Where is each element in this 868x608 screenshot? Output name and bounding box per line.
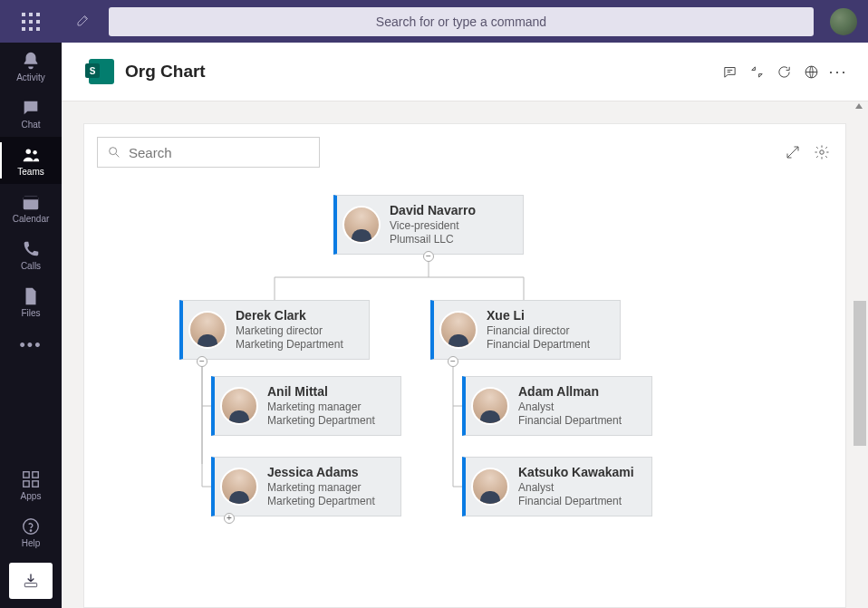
avatar — [471, 387, 509, 425]
waffle-icon[interactable] — [22, 13, 40, 31]
search-icon — [107, 145, 121, 159]
person-dept: Marketing Department — [267, 495, 375, 508]
app-top-bar: Search for or type a command — [0, 0, 868, 43]
person-dept: Marketing Department — [267, 414, 375, 428]
rail-apps[interactable]: Apps — [0, 461, 62, 508]
bell-icon — [0, 51, 62, 71]
expand-icon[interactable] — [782, 141, 804, 163]
rail-label: Files — [0, 308, 62, 318]
person-name: Jessica Adams — [267, 465, 375, 481]
person-card[interactable]: Jessica Adams Marketing manager Marketin… — [211, 457, 401, 516]
reload-icon[interactable] — [770, 58, 797, 85]
svg-rect-6 — [24, 481, 29, 487]
compose-icon[interactable] — [75, 12, 92, 32]
orgchart-search-placeholder: Search — [129, 145, 172, 160]
person-card[interactable]: Derek Clark Marketing director Marketing… — [179, 300, 370, 360]
tab-header: Org Chart ··· — [62, 43, 868, 101]
calendar-icon — [0, 192, 62, 212]
rail-label: Help — [0, 538, 62, 548]
scrollbar-thumb[interactable] — [854, 301, 866, 446]
avatar — [220, 387, 258, 425]
rail-label: Calls — [0, 261, 62, 271]
file-icon — [0, 286, 62, 306]
conversation-icon[interactable] — [716, 58, 743, 85]
person-role: Analyst — [518, 481, 634, 495]
person-role: Marketing manager — [267, 481, 375, 495]
person-dept: Plumsail LLC — [390, 233, 476, 246]
person-card[interactable]: David Navarro Vice-president Plumsail LL… — [333, 195, 524, 255]
person-name: Anil Mittal — [267, 384, 375, 401]
person-name: David Navarro — [390, 203, 476, 219]
person-dept: Marketing Department — [236, 338, 343, 352]
teams-icon — [0, 145, 62, 165]
svg-rect-10 — [24, 584, 36, 587]
person-dept: Financial Department — [518, 414, 622, 428]
command-search-placeholder: Search for or type a command — [376, 14, 546, 29]
more-icon[interactable]: ··· — [825, 58, 852, 85]
avatar — [220, 468, 258, 506]
svg-rect-3 — [24, 197, 39, 200]
chat-icon — [0, 98, 62, 118]
svg-point-12 — [110, 148, 117, 155]
svg-point-9 — [30, 530, 31, 531]
expand-toggle[interactable]: + — [224, 513, 235, 524]
person-card[interactable]: Adam Allman Analyst Financial Department — [462, 376, 652, 436]
rail-label: Chat — [0, 120, 62, 130]
rail-teams[interactable]: Teams — [0, 137, 62, 184]
rail-calendar[interactable]: Calendar — [0, 184, 62, 231]
command-search-input[interactable]: Search for or type a command — [109, 7, 814, 36]
collapse-icon[interactable] — [743, 58, 770, 85]
apps-icon — [0, 469, 62, 489]
rail-more[interactable]: ••• — [20, 327, 43, 364]
avatar — [471, 468, 509, 506]
person-role: Financial director — [487, 324, 590, 338]
person-role: Vice-president — [390, 219, 476, 233]
person-role: Marketing director — [236, 324, 343, 338]
rail-label: Activity — [0, 72, 62, 82]
rail-help[interactable]: Help — [0, 508, 62, 555]
svg-rect-5 — [33, 472, 38, 478]
globe-icon[interactable] — [797, 58, 825, 85]
rail-activity[interactable]: Activity — [0, 43, 62, 90]
rail-chat[interactable]: Chat — [0, 90, 62, 137]
rail-files[interactable]: Files — [0, 278, 62, 325]
person-role: Analyst — [518, 401, 622, 414]
app-rail: Activity Chat Teams Calendar Calls Files — [0, 43, 62, 608]
person-card[interactable]: Anil Mittal Marketing manager Marketing … — [211, 376, 401, 436]
download-desktop-button[interactable] — [9, 563, 53, 599]
help-icon — [0, 516, 62, 536]
person-role: Marketing manager — [267, 401, 375, 414]
orgchart-stage: Search — [83, 123, 846, 608]
svg-rect-7 — [33, 481, 38, 487]
person-name: Katsuko Kawakami — [518, 465, 634, 481]
rail-label: Apps — [0, 491, 62, 501]
svg-point-1 — [33, 150, 36, 154]
avatar — [439, 311, 477, 349]
rail-label: Teams — [0, 167, 62, 177]
person-name: Xue Li — [487, 308, 590, 324]
person-name: Adam Allman — [518, 384, 622, 401]
sharepoint-icon — [89, 59, 114, 84]
person-name: Derek Clark — [236, 308, 343, 324]
svg-point-0 — [26, 150, 32, 155]
svg-rect-4 — [24, 472, 29, 478]
collapse-toggle[interactable]: − — [197, 356, 207, 367]
avatar — [342, 206, 381, 244]
gear-icon[interactable] — [811, 141, 833, 163]
collapse-toggle[interactable]: − — [448, 356, 458, 367]
phone-icon — [0, 239, 62, 259]
person-card[interactable]: Katsuko Kawakami Analyst Financial Depar… — [462, 457, 652, 516]
tab-title: Org Chart — [125, 62, 206, 82]
person-card[interactable]: Xue Li Financial director Financial Depa… — [430, 300, 621, 360]
user-avatar[interactable] — [830, 8, 857, 35]
collapse-toggle[interactable]: − — [423, 251, 434, 262]
scroll-up-icon[interactable] — [855, 103, 863, 109]
svg-point-13 — [820, 150, 825, 155]
rail-label: Calendar — [0, 214, 62, 224]
avatar — [188, 311, 227, 349]
person-dept: Financial Department — [518, 495, 634, 508]
orgchart-search-input[interactable]: Search — [97, 137, 320, 168]
person-dept: Financial Department — [487, 338, 590, 352]
rail-calls[interactable]: Calls — [0, 231, 62, 278]
